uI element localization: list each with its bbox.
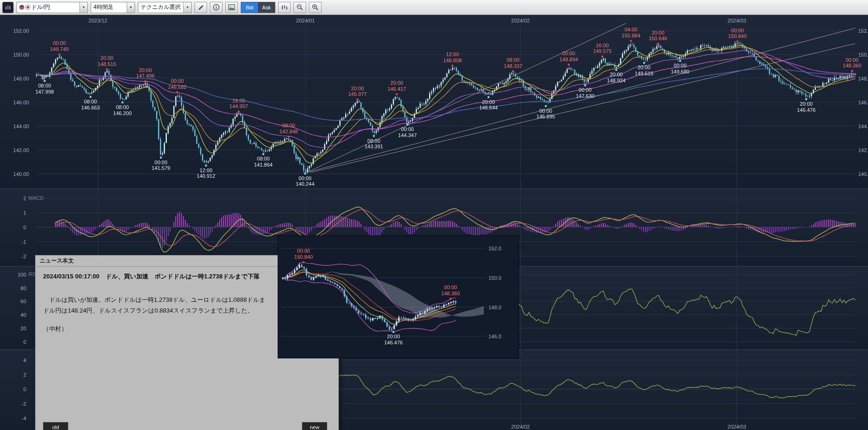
japan-flag-icon [25, 5, 30, 10]
toolbar: ドル/円 ▼ 4時間足 ▼ テクニカル選択 ▼ Bid Ask [0, 0, 868, 15]
currency-pair-value: ドル/円 [31, 3, 77, 11]
app-logo-icon [5, 4, 11, 11]
chevron-down-icon[interactable]: ▼ [127, 2, 135, 13]
mini-chart-canvas[interactable] [278, 236, 518, 358]
zoom-out-icon [296, 4, 303, 11]
price-chart-panel: 00:00149.74908:00147.99820:00148.51508:0… [0, 15, 868, 189]
news-new-button[interactable]: new [302, 422, 327, 430]
zoom-in-icon [312, 4, 319, 11]
info-icon [213, 4, 220, 11]
chevron-down-icon[interactable]: ▼ [79, 2, 87, 13]
price-chart-canvas[interactable] [0, 15, 868, 189]
technical-value: テクニカル選択 [141, 3, 180, 11]
zoom-in-button[interactable] [309, 2, 322, 13]
currency-pair-select[interactable]: ドル/円 ▼ [16, 2, 88, 13]
image-icon [228, 4, 235, 10]
pencil-icon [198, 4, 204, 11]
mini-chart-window[interactable]: 00:00150.84020:00146.47600:00148.360 [278, 235, 519, 358]
app-icon [2, 2, 14, 13]
technical-select[interactable]: テクニカル選択 ▼ [138, 2, 192, 13]
info-button[interactable] [210, 2, 222, 13]
timeframe-value: 4時間足 [93, 3, 124, 11]
news-window-title: ニュース本文 [40, 257, 74, 265]
ask-button[interactable]: Ask [258, 2, 275, 13]
us-flag-icon [19, 5, 24, 10]
zoom-out-button[interactable] [294, 2, 306, 13]
screenshot-button[interactable] [225, 2, 238, 13]
timeframe-select[interactable]: 4時間足 ▼ [91, 2, 135, 13]
chevron-down-icon[interactable]: ▼ [183, 2, 191, 13]
bid-button[interactable]: Bid [241, 2, 258, 13]
bid-ask-toggle: Bid Ask [241, 2, 275, 13]
draw-tool-button[interactable] [194, 2, 207, 13]
chart-mode-icon [281, 4, 288, 10]
news-old-button[interactable]: old [43, 422, 68, 430]
chart-type-button[interactable] [278, 2, 291, 13]
